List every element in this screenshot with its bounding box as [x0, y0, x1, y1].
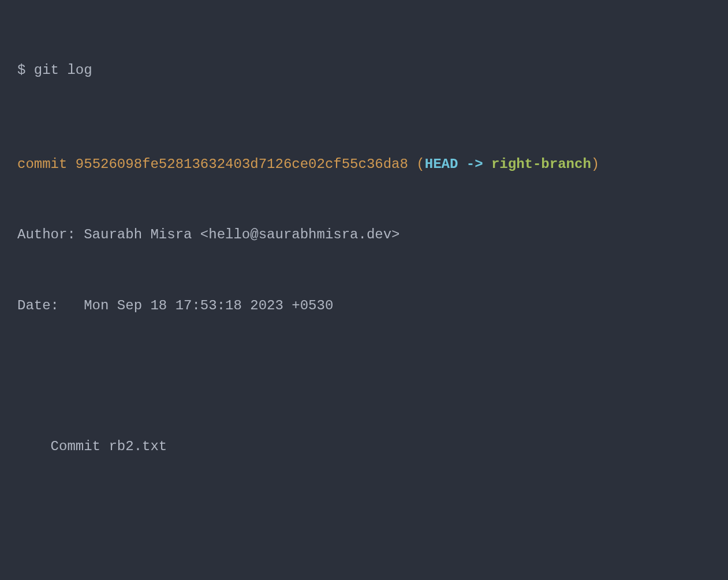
- blank-line: [17, 506, 711, 530]
- commit-keyword: commit: [17, 156, 67, 172]
- commit-entry: commit 95526098fe52813632403d7126ce02cf5…: [17, 153, 711, 177]
- commit-hash: 95526098fe52813632403d7126ce02cf55c36da8: [76, 156, 408, 172]
- author-label: Author:: [17, 227, 84, 242]
- date-line: Date: Mon Sep 18 17:53:18 2023 +0530: [17, 294, 711, 318]
- author-value: Saurabh Misra <hello@saurabhmisra.dev>: [84, 227, 400, 242]
- refs-close-paren: ): [591, 156, 599, 172]
- commit-message: Commit rb2.txt: [51, 439, 167, 454]
- date-value: Mon Sep 18 17:53:18 2023 +0530: [84, 298, 333, 313]
- refs-open-paren: (: [408, 156, 425, 172]
- terminal-output: $ git log commit 95526098fe52813632403d7…: [17, 12, 711, 580]
- author-line: Author: Saurabh Misra <hello@saurabhmisr…: [17, 223, 711, 247]
- blank-line: [17, 365, 711, 388]
- ref-arrow: ->: [458, 156, 491, 172]
- command-text: git log: [34, 62, 92, 78]
- branch-name: right-branch: [491, 156, 591, 172]
- commit-message-line: Commit rb2.txt: [17, 435, 711, 459]
- head-ref: HEAD: [425, 156, 458, 172]
- command-line: $ git log: [17, 59, 711, 83]
- date-label: Date:: [17, 298, 84, 313]
- message-indent: [17, 439, 51, 454]
- prompt-symbol: $: [17, 62, 34, 78]
